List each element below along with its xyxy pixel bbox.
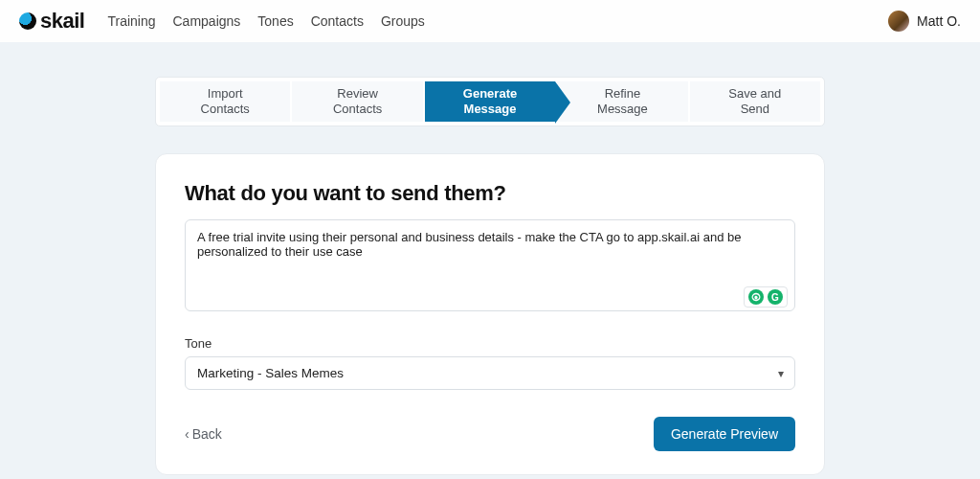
- tone-select[interactable]: Marketing - Sales Memes: [185, 356, 795, 390]
- step-label: Save and Send: [728, 86, 781, 116]
- generate-preview-button[interactable]: Generate Preview: [654, 417, 795, 451]
- step-label: Import Contacts: [201, 86, 250, 116]
- avatar: [888, 11, 909, 32]
- top-bar: skail Training Campaigns Tones Contacts …: [0, 0, 980, 42]
- brand-logo-mark: [19, 12, 36, 30]
- nav-link-training[interactable]: Training: [107, 13, 155, 29]
- user-display-name: Matt O.: [917, 13, 961, 29]
- step-review-contacts[interactable]: Review Contacts: [292, 81, 422, 122]
- tone-select-wrap: Marketing - Sales Memes ▾: [185, 356, 795, 390]
- step-label: Review Contacts: [333, 86, 382, 116]
- tone-label: Tone: [185, 336, 795, 351]
- brand-logo[interactable]: skail: [19, 9, 84, 34]
- user-menu[interactable]: Matt O.: [888, 11, 961, 32]
- chevron-left-icon: ‹: [185, 426, 189, 442]
- step-save-and-send[interactable]: Save and Send: [690, 81, 820, 122]
- nav-link-campaigns[interactable]: Campaigns: [173, 13, 241, 29]
- step-import-contacts[interactable]: Import Contacts: [160, 81, 290, 122]
- step-generate-message[interactable]: Generate Message: [425, 81, 555, 122]
- step-label: Refine Message: [597, 86, 648, 116]
- message-input[interactable]: [185, 219, 795, 311]
- nav-link-tones[interactable]: Tones: [257, 13, 293, 29]
- step-label: Generate Message: [463, 86, 517, 116]
- nav-link-contacts[interactable]: Contacts: [311, 13, 364, 29]
- card-footer: ‹ Back Generate Preview: [185, 417, 795, 451]
- extension-badges: ⦿ G: [744, 286, 788, 308]
- stepper: Import Contacts Review Contacts Generate…: [155, 77, 825, 126]
- generate-message-card: What do you want to send them? ⦿ G Tone …: [155, 153, 825, 475]
- card-heading: What do you want to send them?: [185, 181, 795, 206]
- location-pin-icon[interactable]: ⦿: [748, 289, 764, 305]
- grammarly-icon[interactable]: G: [768, 289, 783, 305]
- step-refine-message[interactable]: Refine Message: [557, 81, 687, 122]
- main-nav: Training Campaigns Tones Contacts Groups: [107, 13, 424, 29]
- nav-link-groups[interactable]: Groups: [381, 13, 425, 29]
- back-button[interactable]: ‹ Back: [185, 426, 222, 442]
- message-input-wrap: ⦿ G: [185, 219, 795, 315]
- back-label: Back: [192, 426, 222, 442]
- brand-name: skail: [40, 9, 84, 34]
